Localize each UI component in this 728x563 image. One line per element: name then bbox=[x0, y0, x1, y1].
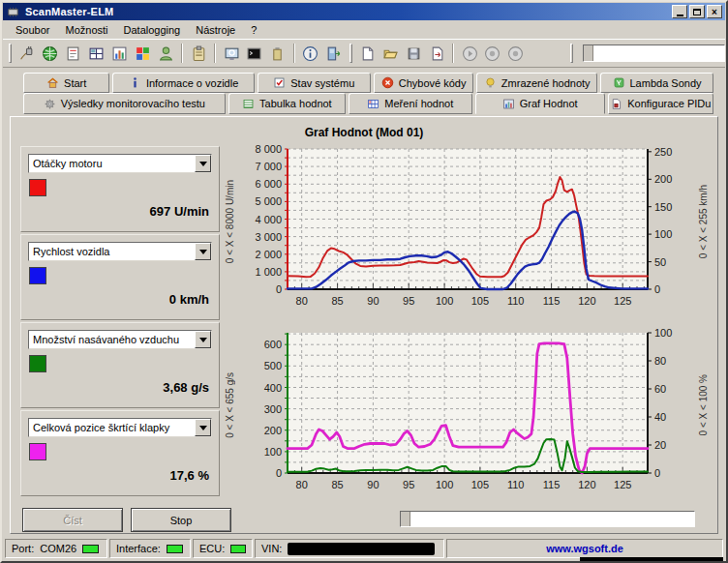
param-select-rpm[interactable]: Otáčky motoru bbox=[28, 154, 212, 173]
tab-vysledky-monitorovaciho-testu[interactable]: Výsledky monitorovacího testu bbox=[23, 93, 226, 114]
interface-label: Interface: bbox=[116, 543, 161, 554]
vin-label: VIN: bbox=[261, 543, 282, 554]
battery-icon[interactable] bbox=[266, 43, 289, 64]
tab-label: Graf Hodnot bbox=[520, 98, 578, 109]
info-icon[interactable] bbox=[299, 43, 322, 64]
grid-icon[interactable] bbox=[85, 43, 108, 64]
lambda-icon bbox=[613, 76, 625, 89]
user-icon[interactable] bbox=[154, 43, 177, 64]
tab-stav-systemu[interactable]: Stav systému bbox=[258, 73, 371, 93]
param-select-throttle[interactable]: Celková pozice škrtící klapky bbox=[28, 418, 212, 437]
series-color-swatch bbox=[29, 179, 46, 196]
open-folder-icon[interactable] bbox=[379, 43, 402, 64]
tab-tabulka-hodnot[interactable]: Tabulka hodnot bbox=[228, 93, 346, 114]
clipboard-icon[interactable] bbox=[187, 43, 210, 64]
chart-icon[interactable] bbox=[108, 43, 132, 64]
svg-text:105: 105 bbox=[471, 479, 489, 490]
tab-label: Informace o vozidle bbox=[146, 77, 238, 89]
record-icon[interactable] bbox=[481, 43, 504, 64]
airflow-throttle-chart-svg: 0100200300400500600020406080100808590951… bbox=[237, 328, 692, 506]
menu-item-help[interactable]: ? bbox=[243, 22, 264, 38]
toolbar-separator bbox=[293, 44, 295, 63]
svg-text:1 000: 1 000 bbox=[255, 266, 282, 278]
svg-text:110: 110 bbox=[507, 479, 525, 490]
toolbar bbox=[3, 39, 725, 68]
stop-button[interactable]: Stop bbox=[131, 508, 231, 532]
tab-mereni-hodnot[interactable]: Meření hodnot bbox=[349, 93, 472, 114]
play-icon[interactable] bbox=[458, 43, 481, 64]
param-panel-speed: Rychlost vozidla 0 km/h bbox=[20, 234, 220, 320]
new-file-icon[interactable] bbox=[356, 43, 379, 64]
tab-start[interactable]: Start bbox=[23, 73, 109, 93]
window-colors-icon[interactable] bbox=[131, 43, 154, 64]
svg-text:7 000: 7 000 bbox=[255, 161, 282, 172]
param-select-value: Rychlost vozidla bbox=[29, 246, 195, 257]
app-icon bbox=[6, 5, 21, 18]
toolbar-separator bbox=[452, 44, 454, 63]
globe-icon[interactable] bbox=[39, 43, 62, 64]
toolbar-progress-input[interactable] bbox=[583, 44, 725, 62]
chevron-down-icon[interactable] bbox=[195, 331, 211, 348]
progress-handle[interactable] bbox=[401, 512, 410, 526]
app-window: ScanMaster-ELM × SouborMožnostiDataloggi… bbox=[0, 0, 728, 563]
save-icon[interactable] bbox=[402, 43, 425, 64]
svg-text:4 000: 4 000 bbox=[255, 214, 282, 225]
chevron-down-icon[interactable] bbox=[195, 419, 211, 436]
tab-chybove-kody[interactable]: Chybové kódy bbox=[374, 73, 474, 93]
terminal-icon[interactable] bbox=[243, 43, 266, 64]
tab-konfigurace-pidu[interactable]: Konfigurace PIDu bbox=[608, 93, 713, 114]
param-value: 0 km/h bbox=[169, 292, 209, 307]
plug-icon[interactable] bbox=[15, 43, 39, 64]
tab-graf-hodnot[interactable]: Graf Hodnot bbox=[475, 93, 605, 114]
minimize-icon bbox=[677, 15, 683, 16]
exit-door-icon[interactable] bbox=[322, 43, 346, 64]
freeze-icon bbox=[484, 76, 497, 89]
chevron-down-icon[interactable] bbox=[195, 243, 211, 260]
menu-item-moznosti[interactable]: Možnosti bbox=[57, 22, 115, 38]
interface-status-led bbox=[167, 545, 183, 553]
maximize-button[interactable] bbox=[689, 5, 705, 18]
svg-text:250: 250 bbox=[654, 146, 672, 158]
param-select-airflow[interactable]: Množství nasávaného vzduchu bbox=[28, 330, 212, 349]
document-icon[interactable] bbox=[62, 43, 85, 64]
param-value: 17,6 % bbox=[170, 468, 209, 483]
toolbar-separator bbox=[181, 44, 183, 63]
svg-text:200: 200 bbox=[654, 173, 672, 185]
tab-informace-o-vozidle[interactable]: Informace o vozidle bbox=[112, 73, 254, 93]
svg-text:100: 100 bbox=[654, 328, 672, 339]
tab-zmrazene-hodnoty[interactable]: Zmrazené hodnoty bbox=[476, 73, 597, 93]
search-monitor-icon[interactable] bbox=[220, 43, 243, 64]
toolbar-grip bbox=[570, 44, 573, 63]
port-status-led bbox=[82, 545, 99, 553]
record-icon[interactable] bbox=[504, 43, 528, 64]
export-icon[interactable] bbox=[425, 43, 448, 64]
svg-text:100: 100 bbox=[436, 479, 453, 490]
screen-artifact bbox=[580, 557, 723, 561]
tab-lambda-sondy[interactable]: Lambda Sondy bbox=[600, 73, 713, 93]
svg-text:60: 60 bbox=[654, 383, 666, 395]
svg-text:80: 80 bbox=[296, 479, 308, 490]
menu-item-datalogging[interactable]: Datalogging bbox=[116, 22, 189, 38]
param-select-speed[interactable]: Rychlost vozidla bbox=[28, 242, 212, 261]
chart-column: 0 < X < 8000 U/min 01 0002 0003 0004 000… bbox=[222, 144, 717, 506]
toolbar-grip bbox=[349, 44, 352, 63]
menu-item-soubor[interactable]: Soubor bbox=[8, 22, 57, 38]
website-link[interactable]: www.wgsoft.de bbox=[446, 539, 723, 558]
titlebar[interactable]: ScanMaster-ELM × bbox=[3, 3, 725, 20]
bar-chart-icon bbox=[502, 98, 515, 110]
grid-blue-icon bbox=[367, 98, 379, 110]
read-button[interactable]: Číst bbox=[22, 508, 123, 532]
chevron-down-icon[interactable] bbox=[195, 155, 211, 172]
gear-icon bbox=[44, 98, 56, 110]
minimize-button[interactable] bbox=[672, 5, 687, 18]
close-icon: × bbox=[712, 7, 717, 17]
svg-text:100: 100 bbox=[264, 446, 282, 458]
param-value: 3,68 g/s bbox=[163, 380, 209, 395]
param-panel-airflow: Množství nasávaného vzduchu 3,68 g/s bbox=[20, 322, 220, 408]
svg-text:105: 105 bbox=[471, 295, 489, 307]
svg-text:2 000: 2 000 bbox=[255, 249, 282, 260]
svg-text:95: 95 bbox=[403, 479, 414, 490]
menu-item-nastroje[interactable]: Nástroje bbox=[188, 22, 243, 38]
close-button[interactable]: × bbox=[707, 5, 722, 18]
rpm-speed-chart-svg: 01 0002 0003 0004 0005 0006 0007 0008 00… bbox=[237, 144, 692, 322]
